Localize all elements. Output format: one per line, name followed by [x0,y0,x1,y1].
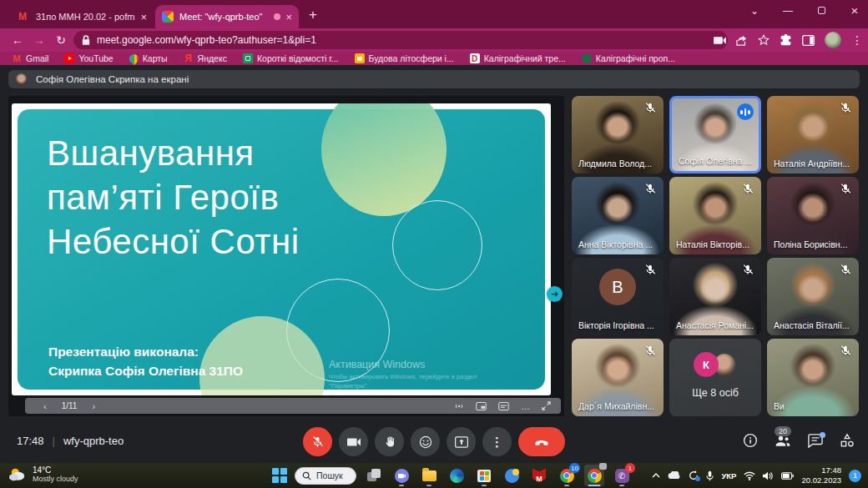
leave-call-button[interactable] [518,427,565,456]
bookmark-sheets[interactable]: Короткі відомості г... [243,53,339,63]
wifi-icon[interactable] [744,471,755,480]
fullscreen-icon[interactable] [542,401,551,410]
share-icon[interactable] [736,35,748,46]
tab-gmail[interactable]: M 31по ММН 20.02 - pofmb-1-20… × [12,5,154,28]
bookmark-green[interactable]: Каліграфічні проп... [582,53,675,63]
tray-mic-icon[interactable] [706,470,714,481]
window-maximize-button[interactable] [815,5,828,17]
extensions-icon[interactable] [780,34,792,47]
people-count-badge: 20 [775,426,791,436]
participant-tile[interactable]: Софія Олегівна ... [669,96,761,174]
camera-button[interactable] [339,427,368,456]
bookmark-yandex[interactable]: ЯЯндекс [184,53,227,63]
audio-broadcast-icon[interactable] [454,402,464,410]
weather-widget[interactable]: 14°C Mostly cloudy [8,465,78,483]
task-view-button[interactable] [364,465,384,486]
activities-button[interactable] [840,433,855,448]
tab-close-icon[interactable]: × [140,12,147,23]
participant-tile[interactable]: BВікторія Ігорівна ... [572,258,664,335]
bookmark-yellow-doc[interactable]: Будова літосфери і... [355,53,454,63]
volume-icon[interactable] [763,471,774,480]
bookmark-docs[interactable]: DКаліграфічний тре... [470,53,566,63]
video-app-button[interactable] [391,465,411,486]
participant-tile[interactable]: Дар`я Михайлівн... [572,339,664,416]
mic-off-icon [840,102,851,117]
profile-avatar[interactable] [825,32,841,48]
mic-mute-button[interactable] [303,427,332,456]
participant-tile[interactable]: Поліна Борисівн... [767,177,859,254]
slide-title: Вшанування пам’яті Героїв Небесної Сотні [47,132,397,264]
picture-in-picture-icon[interactable] [476,402,487,410]
address-bar[interactable]: meet.google.com/wfy-qprb-teo?authuser=1&… [73,31,728,49]
raise-hand-button[interactable] [375,427,404,456]
reload-button[interactable]: ↻ [50,33,72,47]
widgets-button[interactable] [502,465,522,486]
viber-badge: 1 [625,463,635,473]
more-options-button[interactable]: ⋮ [482,427,512,456]
mic-off-icon [644,345,656,360]
notification-badge[interactable]: 1 [849,470,861,482]
participant-tile[interactable]: Людмила Волод... [572,96,664,174]
tray-chevron-icon[interactable] [652,473,660,478]
people-button[interactable]: 20 [775,434,791,447]
taskbar-clock[interactable]: 17:48 20.02.2023 [801,465,841,485]
file-explorer-button[interactable] [419,465,439,486]
browser-menu-icon[interactable]: ⋮ [851,33,863,47]
participant-tile[interactable]: Ви [767,339,859,416]
captions-icon[interactable] [498,402,509,410]
participant-name: Людмила Волод... [578,158,652,169]
participant-tile[interactable]: Наталія Вікторів... [669,177,761,254]
prev-slide-button[interactable]: ‹ [43,401,47,411]
more-options-icon[interactable]: … [521,402,530,410]
participant-name: Поліна Борисівн... [774,239,847,249]
participant-tile[interactable]: Анастасія Романі... [669,258,761,335]
participant-tile[interactable]: КЩе 8 осіб [669,339,761,416]
meeting-info-button[interactable] [743,433,758,448]
present-button[interactable] [447,427,476,456]
chrome-active-button[interactable] [584,465,604,486]
participant-name: Наталія Андріївн... [774,158,850,169]
green-circle-icon [582,53,592,63]
onedrive-icon[interactable] [668,471,681,480]
taskbar-search[interactable]: Пошук [295,467,356,485]
meeting-code: wfy-qprb-teo [63,435,124,447]
window-minimize-button[interactable]: — [781,5,795,17]
mic-off-icon [742,183,754,198]
new-tab-button[interactable]: + [309,7,317,23]
reactions-button[interactable] [411,427,440,456]
window-close-button[interactable]: × [848,3,861,18]
presenter-avatar [15,73,28,86]
sync-icon[interactable] [689,470,699,480]
camera-in-use-icon[interactable] [714,36,726,45]
bookmark-maps[interactable]: Карты [129,53,168,63]
mcafee-button[interactable]: M [529,465,549,486]
chat-button[interactable] [808,434,823,448]
back-button[interactable]: ← [7,33,28,47]
side-panel-icon[interactable] [802,35,815,46]
participant-tile[interactable]: Анна Вікторівна ... [572,177,664,254]
next-slide-button[interactable]: › [92,401,95,411]
camera-icon [347,437,361,447]
edge-button[interactable] [447,465,467,486]
participant-tile[interactable]: Наталія Андріївн... [767,96,859,174]
chrome-profile2-button[interactable]: 10 [557,465,577,486]
language-indicator[interactable]: УКР [721,471,736,480]
participant-tile[interactable]: Анастасія Віталії... [767,258,859,335]
overflow-avatar: К [694,352,719,377]
mic-off-icon [644,264,656,279]
collapse-panel-button[interactable]: ➜ [547,286,563,302]
bookmark-star-icon[interactable] [758,34,770,46]
shared-screen-region[interactable]: Вшанування пам’яті Героїв Небесної Сотні… [8,96,564,416]
browser-tab-strip: M 31по ММН 20.02 - pofmb-1-20… × Meet: "… [0,0,868,28]
tab-close-icon[interactable]: × [285,12,292,23]
bookmark-gmail[interactable]: MGmail [12,53,48,63]
battery-icon[interactable] [781,472,794,480]
microsoft-store-button[interactable] [474,465,494,486]
tab-search-icon[interactable]: ⌄ [748,5,761,17]
viber-button[interactable]: ✆1 [612,465,632,486]
participant-name: Ви [774,401,785,411]
forward-button[interactable]: → [28,33,50,47]
tab-meet[interactable]: Meet: "wfy-qprb-teo" × [155,5,299,28]
bookmark-youtube[interactable]: YouTube [64,53,113,63]
start-button[interactable] [272,468,287,483]
